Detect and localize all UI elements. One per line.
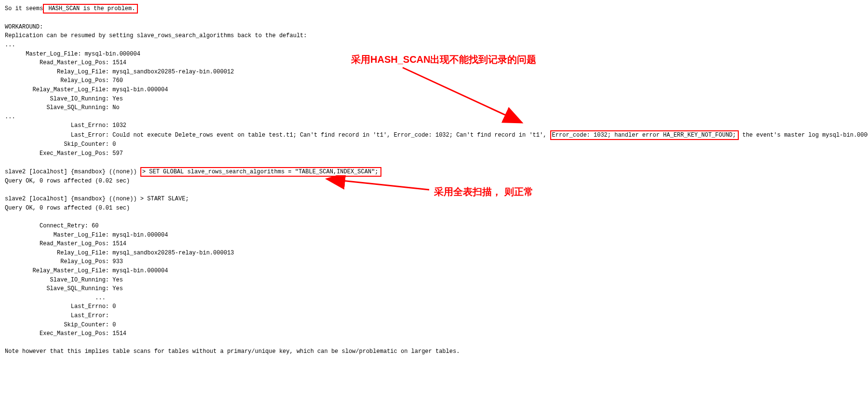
status1-skip-counter: Skip_Counter: 0 <box>5 140 863 149</box>
status2-skip-counter: Skip_Counter: 0 <box>5 321 863 330</box>
status1-relay-master-log-file: Relay_Master_Log_File: mysql-bin.000004 <box>5 85 863 95</box>
status2-master-log-file: Master_Log_File: mysql-bin.000004 <box>5 231 863 240</box>
status1-slave-sql-running: Slave_SQL_Running: No <box>5 103 863 112</box>
status2-slave-io-running: Slave_IO_Running: Yes <box>5 276 863 285</box>
cmd1-line: slave2 [localhost] {msandbox} ((none)) >… <box>5 167 863 177</box>
status2-last-errno: Last_Errno: 0 <box>5 302 863 311</box>
cmd1-prompt: slave2 [localhost] {msandbox} ((none)) <box>5 168 140 175</box>
status1-slave-io-running: Slave_IO_Running: Yes <box>5 95 863 104</box>
status2-relay-log-file: Relay_Log_File: mysql_sandbox20285-relay… <box>5 249 863 258</box>
status2-exec-master-log-pos: Exec_Master_Log_Pos: 1514 <box>5 329 863 338</box>
last-error-box: Error_code: 1032; handler error HA_ERR_K… <box>550 130 739 140</box>
status2-read-master-log-pos: Read_Master_Log_Pos: 1514 <box>5 239 863 249</box>
workaround-desc: Replication can be resumed by setting sl… <box>5 31 863 41</box>
annotation-bottom: 采用全表扫描， 则正常 <box>434 184 533 199</box>
status2-relay-master-log-file: Relay_Master_Log_File: mysql-bin.000004 <box>5 267 863 276</box>
cmd1-sql-box: > SET GLOBAL slave_rows_search_algorithm… <box>140 167 381 177</box>
status1-last-error: Last_Error: Could not execute Delete_row… <box>5 130 863 140</box>
status1-last-errno: Last_Errno: 1032 <box>5 121 863 130</box>
last-error-pre: Last_Error: Could not execute Delete_row… <box>5 132 550 139</box>
status2-relay-log-pos: Relay_Log_Pos: 933 <box>5 257 863 267</box>
status2-connect-retry: Connect_Retry: 60 <box>5 222 863 231</box>
status1-relay-log-pos: Relay_Log_Pos: 760 <box>5 76 863 85</box>
blank <box>5 14 863 23</box>
blank5 <box>5 338 863 348</box>
intro-prefix: So it seems <box>5 5 43 12</box>
intro-box: HASH_SCAN is the problem. <box>43 4 138 14</box>
intro-line: So it seems HASH_SCAN is the problem. <box>5 4 863 14</box>
status1-exec-master-log-pos: Exec_Master_Log_Pos: 597 <box>5 149 863 158</box>
blank2 <box>5 158 863 167</box>
status2-dots: ... <box>5 294 863 303</box>
status2-slave-sql-running: Slave_SQL_Running: Yes <box>5 284 863 294</box>
last-error-post: the event's master log mysql-bin.000004,… <box>739 132 868 139</box>
status1-relay-log-file: Relay_Log_File: mysql_sandbox20285-relay… <box>5 68 863 77</box>
annotation-top: 采用HASH_SCAN出现不能找到记录的问题 <box>351 52 536 67</box>
workaround-heading: WORKAROUND: <box>5 23 863 32</box>
ellipsis2: ... <box>5 112 863 122</box>
status2-last-error: Last_Error: <box>5 311 863 321</box>
blank4 <box>5 212 863 222</box>
cmd2-result: Query OK, 0 rows affected (0.01 sec) <box>5 204 863 213</box>
footer-note: Note however that this implies table sca… <box>5 347 863 356</box>
ellipsis: ... <box>5 41 863 50</box>
